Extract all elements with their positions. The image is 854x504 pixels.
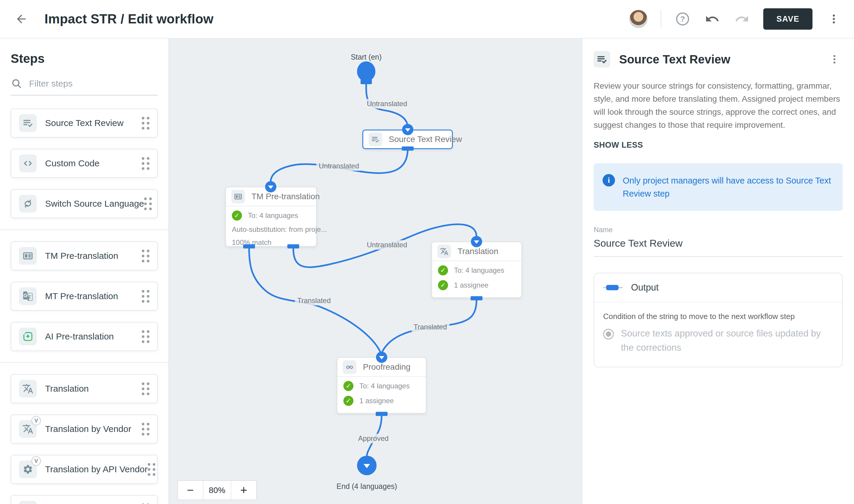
edge-label: Untranslated: [364, 99, 409, 108]
check-icon: ✓: [343, 396, 354, 406]
redo-icon[interactable]: [734, 11, 750, 27]
svg-text:?: ?: [680, 15, 685, 23]
node-output-handle[interactable]: [402, 146, 414, 150]
workflow-canvas[interactable]: Start (en) End (4 languages) Untranslate…: [169, 38, 582, 504]
sidebar-item-crowdsourcing[interactable]: Crowdsourcing: [11, 495, 158, 504]
arrow-down-icon: [379, 356, 384, 359]
check-icon: ✓: [438, 280, 448, 290]
sidebar-item-label: Translation by API Vendor: [45, 464, 148, 474]
check-icon: ✓: [438, 265, 448, 275]
drag-handle-icon[interactable]: [148, 463, 155, 476]
show-less-toggle[interactable]: SHOW LESS: [594, 141, 843, 150]
source-text-review-icon: [369, 132, 382, 146]
top-bar: Impact STR / Edit workflow ? SAVE: [0, 0, 854, 38]
gear-icon: V: [19, 461, 37, 478]
node-title: TM Pre-translation: [251, 192, 320, 201]
zoom-in-button[interactable]: +: [231, 481, 256, 500]
glasses-icon: [343, 360, 356, 374]
info-icon: i: [603, 174, 615, 186]
output-title: Output: [631, 282, 659, 293]
source-text-review-icon: [19, 114, 37, 132]
edge-label: Untranslated: [316, 161, 361, 171]
drag-handle-icon[interactable]: [142, 117, 149, 129]
sync-icon: [19, 195, 37, 213]
node-detail: To: 4 languages: [454, 266, 504, 274]
globe-icon: [19, 501, 37, 504]
filter-steps-field[interactable]: [11, 78, 158, 95]
edge-label: Translated: [411, 322, 449, 332]
node-output-handle[interactable]: [287, 244, 299, 249]
translate-icon: [19, 380, 37, 398]
start-node-output-handle[interactable]: [360, 79, 372, 84]
node-detail: 1 assignee: [454, 281, 488, 289]
sidebar-item-tm-pretranslation[interactable]: TM Pre-translation: [11, 241, 158, 270]
edge-label: Approved: [356, 434, 391, 443]
edge-label: Untranslated: [364, 240, 409, 250]
steps-heading: Steps: [11, 52, 168, 66]
sidebar-item-source-text-review[interactable]: Source Text Review: [11, 108, 158, 138]
node-detail: To: 4 languages: [359, 382, 409, 390]
node-tm-pretranslation[interactable]: TM Pre-translation ✓To: 4 languages Auto…: [225, 187, 317, 247]
drag-handle-icon[interactable]: [142, 330, 149, 343]
search-icon: [11, 78, 22, 90]
node-proofreading[interactable]: Proofreading ✓To: 4 languages ✓1 assigne…: [337, 357, 426, 414]
save-button[interactable]: SAVE: [763, 8, 813, 30]
arrow-down-icon: [405, 128, 410, 132]
sidebar-item-custom-code[interactable]: Custom Code: [11, 149, 158, 178]
sidebar-item-translation-by-vendor[interactable]: V Translation by Vendor: [11, 414, 158, 444]
drag-handle-icon[interactable]: [142, 290, 149, 303]
ai-sparkle-icon: [19, 328, 37, 345]
check-icon: ✓: [232, 211, 242, 220]
translate-vendor-icon: V: [19, 420, 37, 438]
sidebar-item-translation-by-api-vendor[interactable]: V Translation by API Vendor: [11, 455, 158, 484]
vendor-badge: V: [32, 416, 41, 426]
node-detail: 1 assignee: [359, 397, 394, 405]
drag-handle-icon[interactable]: [144, 197, 152, 210]
sidebar-item-label: AI Pre-translation: [45, 331, 142, 342]
sidebar-item-label: Switch Source Language: [45, 199, 144, 209]
sidebar-item-label: TM Pre-translation: [45, 251, 142, 261]
drag-handle-icon[interactable]: [142, 157, 149, 170]
tm-card-icon: [231, 190, 245, 203]
page-title: Impact STR / Edit workflow: [45, 12, 213, 26]
sidebar-item-switch-source-language[interactable]: Switch Source Language: [11, 189, 158, 218]
node-output-handle[interactable]: [376, 412, 388, 416]
start-node[interactable]: [357, 61, 375, 82]
zoom-out-button[interactable]: −: [178, 481, 203, 500]
step-description: Review your source strings for consisten…: [594, 79, 843, 132]
node-output-handle[interactable]: [470, 296, 482, 300]
arrow-down-icon: [474, 240, 479, 244]
sidebar-item-label: MT Pre-translation: [45, 291, 142, 301]
sidebar-item-ai-pretranslation[interactable]: AI Pre-translation: [11, 322, 158, 351]
end-node[interactable]: [357, 456, 377, 475]
output-handle-icon: [603, 285, 623, 290]
name-field-value[interactable]: Source Text Review: [594, 237, 843, 257]
undo-icon[interactable]: [704, 11, 720, 27]
filter-steps-input[interactable]: [29, 78, 158, 89]
sidebar-item-mt-pretranslation[interactable]: MT Pre-translation: [11, 282, 158, 311]
node-output-handle[interactable]: [243, 244, 255, 249]
tm-card-icon: [19, 247, 37, 265]
avatar[interactable]: [629, 10, 647, 28]
node-translation[interactable]: Translation ✓To: 4 languages ✓1 assignee: [431, 241, 522, 298]
panel-kebab-menu-icon[interactable]: [826, 51, 843, 68]
help-icon[interactable]: ?: [674, 11, 691, 27]
condition-label: Condition of the string to move to the n…: [603, 312, 833, 321]
zoom-toolbar: − 80% +: [177, 480, 257, 500]
node-detail: To: 4 languages: [248, 211, 298, 220]
node-input-connector[interactable]: [265, 181, 277, 193]
drag-handle-icon[interactable]: [142, 250, 149, 263]
drag-handle-icon[interactable]: [142, 382, 149, 395]
back-button[interactable]: [13, 10, 30, 28]
node-input-connector[interactable]: [402, 124, 413, 135]
kebab-menu-icon[interactable]: [825, 11, 842, 27]
node-input-connector[interactable]: [471, 236, 482, 247]
source-text-review-icon: [594, 51, 610, 68]
node-input-connector[interactable]: [376, 352, 387, 363]
output-section: Output Condition of the string to move t…: [594, 273, 843, 367]
zoom-level: 80%: [203, 481, 231, 500]
arrow-down-icon: [268, 185, 273, 189]
drag-handle-icon[interactable]: [142, 423, 149, 435]
sidebar-item-translation[interactable]: Translation: [11, 374, 158, 403]
condition-radio: [603, 329, 614, 340]
